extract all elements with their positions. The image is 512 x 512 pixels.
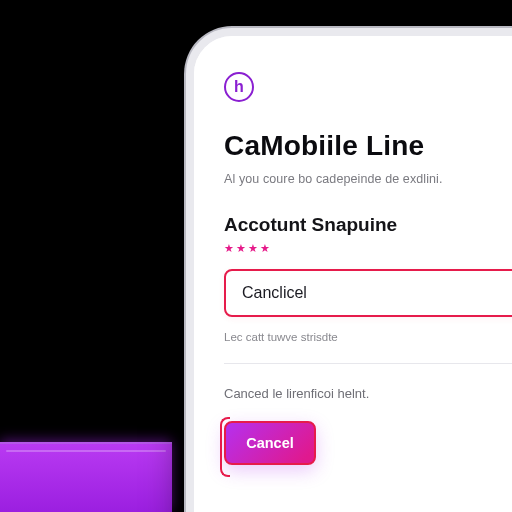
cancel-reason-input[interactable]: Canclicel — [224, 269, 512, 317]
page-title: CaMobiile Line — [224, 130, 512, 162]
screen: h CaMobiile Line Al you coure bo cadepei… — [194, 36, 512, 512]
cancel-reason-value: Canclicel — [242, 284, 307, 302]
phone-frame: h CaMobiile Line Al you coure bo cadepei… — [186, 28, 512, 512]
page-subtitle: Al you coure bo cadepeinde de exdlini. — [224, 172, 512, 186]
bottom-accent-bar — [0, 442, 172, 512]
divider — [224, 363, 512, 364]
cancel-button-label: Cancel — [246, 435, 294, 451]
account-section-label: Accotunt Snapuine — [224, 214, 512, 236]
rating-stars: ★★★★ — [224, 242, 512, 255]
input-helper-text: Lec catt tuwve strisdte — [224, 331, 512, 343]
brand-glyph: h — [234, 78, 244, 96]
brand-icon: h — [224, 72, 254, 102]
footer-note: Canced le lirenficoi helnt. — [224, 386, 512, 401]
cancel-button[interactable]: Cancel — [224, 421, 316, 465]
